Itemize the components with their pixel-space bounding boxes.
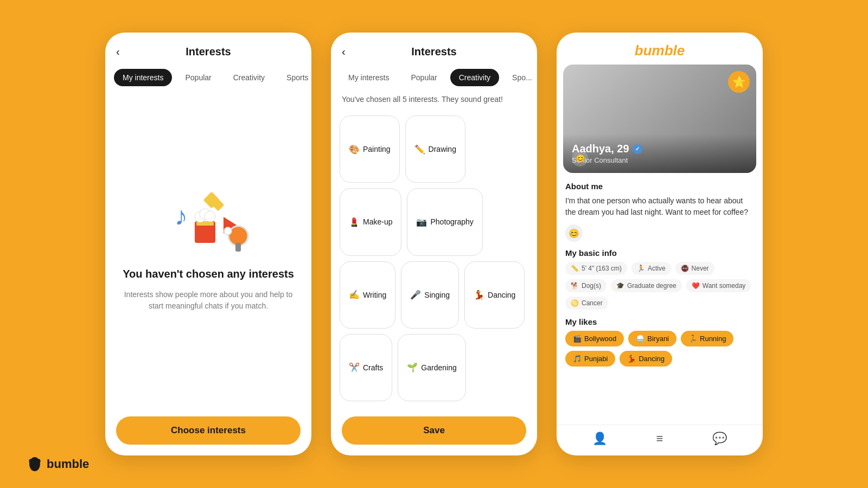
phone1-bottom-action: Choose interests	[105, 406, 311, 455]
phone1-empty-state: ♪	[105, 91, 311, 406]
save-button[interactable]: Save	[342, 416, 526, 445]
svg-rect-11	[235, 243, 241, 252]
svg-point-12	[224, 227, 232, 235]
chip-photography[interactable]: 📷 Photography	[407, 188, 482, 255]
profile-body: About me I'm that one person who actuall…	[557, 173, 763, 425]
punjabi-label: Punjabi	[584, 355, 608, 363]
zodiac-value: Cancer	[582, 299, 603, 307]
zodiac-icon: ♋	[571, 299, 579, 307]
svg-point-7	[205, 211, 215, 222]
verified-badge: ✓	[633, 144, 642, 154]
photography-label: Photography	[430, 217, 473, 226]
phone1-back-button[interactable]: ‹	[116, 46, 120, 58]
makeup-label: Make-up	[363, 217, 392, 226]
about-me-label: About me	[565, 182, 754, 191]
singing-label: Singing	[424, 291, 450, 299]
biryani-icon: 🍚	[636, 335, 644, 343]
my-likes-label: My likes	[565, 317, 754, 326]
punjabi-icon: 🎵	[573, 355, 582, 363]
education-value: Graduate degree	[627, 282, 676, 290]
phone3-bottom-nav: 👤 ≡ 💬	[557, 425, 763, 455]
phone2-title: Interests	[411, 46, 456, 58]
chip-singing[interactable]: 🎤 Singing	[401, 261, 459, 329]
basic-info-label: My basic info	[565, 248, 754, 258]
interests-info-text: You've chosen all 5 interests. They soun…	[331, 91, 537, 111]
dancing-icon: 💃	[474, 290, 484, 300]
info-zodiac: ♋ Cancer	[565, 297, 608, 310]
phone-1: ‹ Interests My interests Popular Creativ…	[105, 33, 311, 455]
svg-text:♪: ♪	[175, 202, 188, 230]
phone2-tab-creativity[interactable]: Creativity	[450, 69, 499, 86]
about-emoji-button[interactable]: 😊	[565, 224, 583, 242]
smoking-icon: 🚭	[681, 265, 689, 272]
profile-job-title: Senior Consultant	[572, 156, 748, 164]
chat-nav-icon[interactable]: 💬	[712, 432, 727, 446]
profile-name: Aadhya, 29 ✓	[572, 143, 748, 155]
chip-writing[interactable]: ✍️ Writing	[340, 261, 395, 329]
profile-overlay: Aadhya, 29 ✓ Senior Consultant 😊	[563, 134, 756, 173]
makeup-icon: 💄	[349, 217, 360, 227]
chip-gardening[interactable]: 🌱 Gardening	[398, 334, 465, 401]
interests-grid: 🎨 Painting ✏️ Drawing 💄 Make-up 📷 Photog…	[331, 111, 537, 406]
chip-dancing[interactable]: 💃 Dancing	[464, 261, 525, 329]
family-icon: ❤️	[692, 282, 700, 290]
crafts-label: Crafts	[363, 363, 383, 372]
info-pets: 🐕 Dog(s)	[565, 279, 607, 292]
phone1-title: Interests	[186, 46, 231, 58]
gardening-label: Gardening	[421, 363, 456, 372]
like-dancing: 💃 Dancing	[620, 351, 672, 367]
phone2-tab-popular[interactable]: Popular	[402, 69, 445, 86]
pets-value: Dog(s)	[582, 282, 601, 290]
chip-makeup[interactable]: 💄 Make-up	[340, 188, 401, 255]
bumble-bee-icon	[27, 457, 42, 472]
chip-crafts[interactable]: ✂️ Crafts	[340, 334, 392, 401]
gardening-icon: 🌱	[407, 362, 418, 373]
info-height: 📏 5' 4" (163 cm)	[565, 262, 627, 275]
phone1-tab-popular[interactable]: Popular	[176, 69, 220, 86]
about-me-text: I'm that one person who actually wants t…	[565, 195, 754, 218]
choose-interests-button[interactable]: Choose interests	[116, 416, 301, 445]
empty-description: Interests show people more about you and…	[122, 289, 295, 312]
phone1-tab-my-interests[interactable]: My interests	[114, 69, 172, 86]
bumble-logo: bumble	[557, 33, 763, 65]
empty-heading: You haven't chosen any interests	[123, 268, 294, 280]
education-icon: 🎓	[616, 282, 624, 290]
basic-info-grid: 📏 5' 4" (163 cm) 🏃 Active 🚭 Never 🐕 Dog(…	[565, 262, 754, 310]
star-badge[interactable]: ⭐	[728, 71, 750, 93]
running-label: Running	[700, 335, 726, 343]
phone2-tab-bar: My interests Popular Creativity Spo...	[331, 65, 537, 91]
singing-icon: 🎤	[410, 290, 421, 300]
filter-nav-icon[interactable]: ≡	[656, 432, 663, 446]
dancing-like-icon: 💃	[627, 355, 636, 363]
dancing-like-label: Dancing	[639, 355, 665, 363]
activity-value: Active	[648, 265, 666, 272]
like-biryani: 🍚 Biryani	[628, 331, 676, 346]
emoji-reaction-button[interactable]: 😊	[572, 150, 588, 166]
phone1-tab-creativity[interactable]: Creativity	[225, 69, 273, 86]
bollywood-icon: 🎬	[573, 335, 582, 343]
phone2-tab-my-interests[interactable]: My interests	[340, 69, 398, 86]
chip-painting[interactable]: 🎨 Painting	[340, 115, 400, 183]
family-value: Want someday	[703, 282, 746, 290]
phone2-tab-sports[interactable]: Spo...	[503, 69, 537, 86]
profile-nav-icon[interactable]: 👤	[592, 432, 607, 446]
phone2-back-button[interactable]: ‹	[342, 46, 346, 58]
phone1-header: ‹ Interests	[105, 33, 311, 65]
phone1-tab-sports[interactable]: Sports	[278, 69, 311, 86]
writing-icon: ✍️	[349, 290, 360, 300]
info-activity: 🏃 Active	[631, 262, 671, 275]
activity-icon: 🏃	[637, 265, 645, 272]
phone2-header: ‹ Interests	[331, 33, 537, 65]
height-icon: 📏	[571, 265, 579, 272]
likes-grid: 🎬 Bollywood 🍚 Biryani 🏃 Running 🎵 Punjab…	[565, 331, 754, 367]
bottom-bumble-logo: bumble	[27, 457, 89, 472]
writing-label: Writing	[363, 291, 386, 299]
like-punjabi: 🎵 Punjabi	[565, 351, 615, 367]
running-icon: 🏃	[688, 335, 697, 343]
like-bollywood: 🎬 Bollywood	[565, 331, 624, 346]
crafts-icon: ✂️	[349, 362, 360, 373]
info-smoking: 🚭 Never	[675, 262, 714, 275]
chip-drawing[interactable]: ✏️ Drawing	[405, 115, 465, 183]
pets-icon: 🐕	[571, 282, 579, 290]
painting-label: Painting	[363, 145, 391, 153]
